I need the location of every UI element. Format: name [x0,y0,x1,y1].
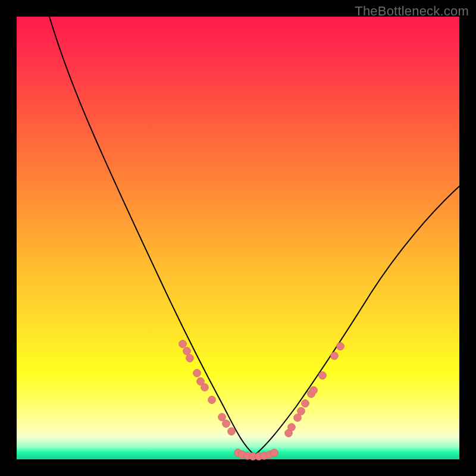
data-dot [223,420,230,428]
data-dot [201,384,209,392]
dots-right-group [285,343,345,437]
data-dot [302,400,309,408]
chart-plot-area [17,17,459,459]
data-dot [310,387,318,394]
data-dot [337,343,345,350]
data-dot [331,352,339,360]
bottleneck-curve [49,17,459,455]
data-dot [179,340,187,348]
data-dot [186,355,194,362]
bottleneck-curve-svg [17,17,459,459]
data-dot [193,369,201,377]
watermark-text: TheBottleneck.com [355,4,469,19]
data-dot [208,396,216,404]
data-dot [319,372,327,380]
data-dot [298,408,305,415]
dots-left-group [179,340,236,436]
data-dot [183,347,191,355]
data-dot [228,428,236,436]
dots-bottom-group [234,449,278,461]
data-dot [288,424,296,431]
data-dot [271,449,278,457]
data-dot [218,414,226,421]
